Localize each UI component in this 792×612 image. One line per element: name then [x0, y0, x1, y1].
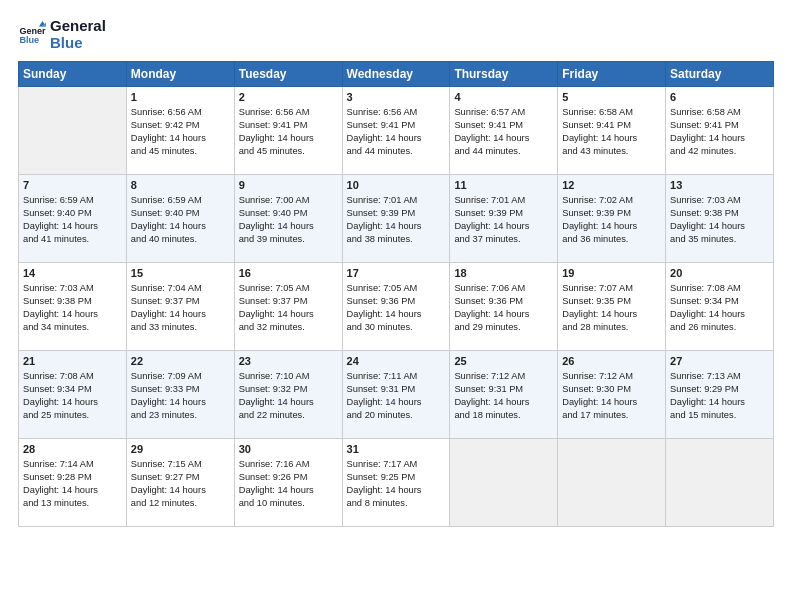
day-number: 22	[131, 354, 230, 369]
day-number: 4	[454, 90, 553, 105]
calendar-cell: 1Sunrise: 6:56 AM Sunset: 9:42 PM Daylig…	[126, 87, 234, 175]
calendar-cell: 20Sunrise: 7:08 AM Sunset: 9:34 PM Dayli…	[666, 263, 774, 351]
calendar-header-friday: Friday	[558, 62, 666, 87]
day-number: 30	[239, 442, 338, 457]
calendar-header-row: SundayMondayTuesdayWednesdayThursdayFrid…	[19, 62, 774, 87]
calendar-cell: 23Sunrise: 7:10 AM Sunset: 9:32 PM Dayli…	[234, 351, 342, 439]
page: General Blue General Blue SundayMondayTu…	[0, 0, 792, 612]
calendar-cell	[666, 439, 774, 527]
day-number: 15	[131, 266, 230, 281]
day-details: Sunrise: 7:15 AM Sunset: 9:27 PM Dayligh…	[131, 458, 230, 510]
day-details: Sunrise: 7:07 AM Sunset: 9:35 PM Dayligh…	[562, 282, 661, 334]
day-number: 11	[454, 178, 553, 193]
day-details: Sunrise: 7:08 AM Sunset: 9:34 PM Dayligh…	[670, 282, 769, 334]
day-details: Sunrise: 7:05 AM Sunset: 9:37 PM Dayligh…	[239, 282, 338, 334]
calendar-cell: 4Sunrise: 6:57 AM Sunset: 9:41 PM Daylig…	[450, 87, 558, 175]
calendar-cell: 8Sunrise: 6:59 AM Sunset: 9:40 PM Daylig…	[126, 175, 234, 263]
day-number: 23	[239, 354, 338, 369]
calendar-week-5: 28Sunrise: 7:14 AM Sunset: 9:28 PM Dayli…	[19, 439, 774, 527]
day-number: 7	[23, 178, 122, 193]
day-number: 19	[562, 266, 661, 281]
day-number: 10	[347, 178, 446, 193]
day-number: 31	[347, 442, 446, 457]
day-details: Sunrise: 7:01 AM Sunset: 9:39 PM Dayligh…	[454, 194, 553, 246]
calendar-cell: 3Sunrise: 6:56 AM Sunset: 9:41 PM Daylig…	[342, 87, 450, 175]
day-details: Sunrise: 7:03 AM Sunset: 9:38 PM Dayligh…	[23, 282, 122, 334]
calendar-cell: 28Sunrise: 7:14 AM Sunset: 9:28 PM Dayli…	[19, 439, 127, 527]
day-number: 18	[454, 266, 553, 281]
calendar-cell	[19, 87, 127, 175]
calendar-header-monday: Monday	[126, 62, 234, 87]
calendar-cell: 21Sunrise: 7:08 AM Sunset: 9:34 PM Dayli…	[19, 351, 127, 439]
calendar-cell: 24Sunrise: 7:11 AM Sunset: 9:31 PM Dayli…	[342, 351, 450, 439]
logo-text: General Blue	[50, 18, 106, 51]
day-number: 14	[23, 266, 122, 281]
calendar-cell: 5Sunrise: 6:58 AM Sunset: 9:41 PM Daylig…	[558, 87, 666, 175]
day-number: 24	[347, 354, 446, 369]
day-details: Sunrise: 6:59 AM Sunset: 9:40 PM Dayligh…	[23, 194, 122, 246]
calendar-cell: 15Sunrise: 7:04 AM Sunset: 9:37 PM Dayli…	[126, 263, 234, 351]
calendar-header-thursday: Thursday	[450, 62, 558, 87]
day-number: 17	[347, 266, 446, 281]
calendar-header-sunday: Sunday	[19, 62, 127, 87]
calendar-cell: 6Sunrise: 6:58 AM Sunset: 9:41 PM Daylig…	[666, 87, 774, 175]
day-details: Sunrise: 6:58 AM Sunset: 9:41 PM Dayligh…	[562, 106, 661, 158]
day-details: Sunrise: 6:56 AM Sunset: 9:41 PM Dayligh…	[239, 106, 338, 158]
day-number: 26	[562, 354, 661, 369]
day-details: Sunrise: 7:12 AM Sunset: 9:31 PM Dayligh…	[454, 370, 553, 422]
day-details: Sunrise: 6:56 AM Sunset: 9:41 PM Dayligh…	[347, 106, 446, 158]
day-number: 12	[562, 178, 661, 193]
day-details: Sunrise: 6:56 AM Sunset: 9:42 PM Dayligh…	[131, 106, 230, 158]
day-number: 5	[562, 90, 661, 105]
calendar-cell: 16Sunrise: 7:05 AM Sunset: 9:37 PM Dayli…	[234, 263, 342, 351]
day-number: 3	[347, 90, 446, 105]
day-details: Sunrise: 7:02 AM Sunset: 9:39 PM Dayligh…	[562, 194, 661, 246]
day-details: Sunrise: 7:12 AM Sunset: 9:30 PM Dayligh…	[562, 370, 661, 422]
day-number: 13	[670, 178, 769, 193]
calendar-cell: 30Sunrise: 7:16 AM Sunset: 9:26 PM Dayli…	[234, 439, 342, 527]
calendar-cell: 25Sunrise: 7:12 AM Sunset: 9:31 PM Dayli…	[450, 351, 558, 439]
day-details: Sunrise: 6:57 AM Sunset: 9:41 PM Dayligh…	[454, 106, 553, 158]
day-number: 6	[670, 90, 769, 105]
day-number: 16	[239, 266, 338, 281]
day-details: Sunrise: 7:17 AM Sunset: 9:25 PM Dayligh…	[347, 458, 446, 510]
day-details: Sunrise: 7:08 AM Sunset: 9:34 PM Dayligh…	[23, 370, 122, 422]
calendar-week-2: 7Sunrise: 6:59 AM Sunset: 9:40 PM Daylig…	[19, 175, 774, 263]
day-details: Sunrise: 7:13 AM Sunset: 9:29 PM Dayligh…	[670, 370, 769, 422]
header: General Blue General Blue	[18, 18, 774, 51]
day-details: Sunrise: 7:11 AM Sunset: 9:31 PM Dayligh…	[347, 370, 446, 422]
calendar-table: SundayMondayTuesdayWednesdayThursdayFrid…	[18, 61, 774, 527]
calendar-cell: 14Sunrise: 7:03 AM Sunset: 9:38 PM Dayli…	[19, 263, 127, 351]
calendar-cell: 13Sunrise: 7:03 AM Sunset: 9:38 PM Dayli…	[666, 175, 774, 263]
calendar-cell: 17Sunrise: 7:05 AM Sunset: 9:36 PM Dayli…	[342, 263, 450, 351]
svg-text:General: General	[19, 25, 46, 35]
day-details: Sunrise: 7:03 AM Sunset: 9:38 PM Dayligh…	[670, 194, 769, 246]
day-details: Sunrise: 7:04 AM Sunset: 9:37 PM Dayligh…	[131, 282, 230, 334]
day-number: 8	[131, 178, 230, 193]
day-details: Sunrise: 6:58 AM Sunset: 9:41 PM Dayligh…	[670, 106, 769, 158]
logo: General Blue General Blue	[18, 18, 106, 51]
calendar-cell: 22Sunrise: 7:09 AM Sunset: 9:33 PM Dayli…	[126, 351, 234, 439]
calendar-cell: 18Sunrise: 7:06 AM Sunset: 9:36 PM Dayli…	[450, 263, 558, 351]
calendar-cell: 7Sunrise: 6:59 AM Sunset: 9:40 PM Daylig…	[19, 175, 127, 263]
day-details: Sunrise: 7:09 AM Sunset: 9:33 PM Dayligh…	[131, 370, 230, 422]
calendar-cell: 27Sunrise: 7:13 AM Sunset: 9:29 PM Dayli…	[666, 351, 774, 439]
calendar-cell: 11Sunrise: 7:01 AM Sunset: 9:39 PM Dayli…	[450, 175, 558, 263]
calendar-cell: 9Sunrise: 7:00 AM Sunset: 9:40 PM Daylig…	[234, 175, 342, 263]
calendar-header-wednesday: Wednesday	[342, 62, 450, 87]
calendar-cell: 31Sunrise: 7:17 AM Sunset: 9:25 PM Dayli…	[342, 439, 450, 527]
day-details: Sunrise: 7:10 AM Sunset: 9:32 PM Dayligh…	[239, 370, 338, 422]
calendar-cell: 29Sunrise: 7:15 AM Sunset: 9:27 PM Dayli…	[126, 439, 234, 527]
day-details: Sunrise: 7:16 AM Sunset: 9:26 PM Dayligh…	[239, 458, 338, 510]
day-number: 2	[239, 90, 338, 105]
day-details: Sunrise: 6:59 AM Sunset: 9:40 PM Dayligh…	[131, 194, 230, 246]
day-number: 21	[23, 354, 122, 369]
day-details: Sunrise: 7:14 AM Sunset: 9:28 PM Dayligh…	[23, 458, 122, 510]
day-details: Sunrise: 7:05 AM Sunset: 9:36 PM Dayligh…	[347, 282, 446, 334]
day-number: 25	[454, 354, 553, 369]
calendar-week-3: 14Sunrise: 7:03 AM Sunset: 9:38 PM Dayli…	[19, 263, 774, 351]
calendar-header-tuesday: Tuesday	[234, 62, 342, 87]
day-number: 1	[131, 90, 230, 105]
calendar-cell: 2Sunrise: 6:56 AM Sunset: 9:41 PM Daylig…	[234, 87, 342, 175]
svg-text:Blue: Blue	[19, 35, 39, 45]
